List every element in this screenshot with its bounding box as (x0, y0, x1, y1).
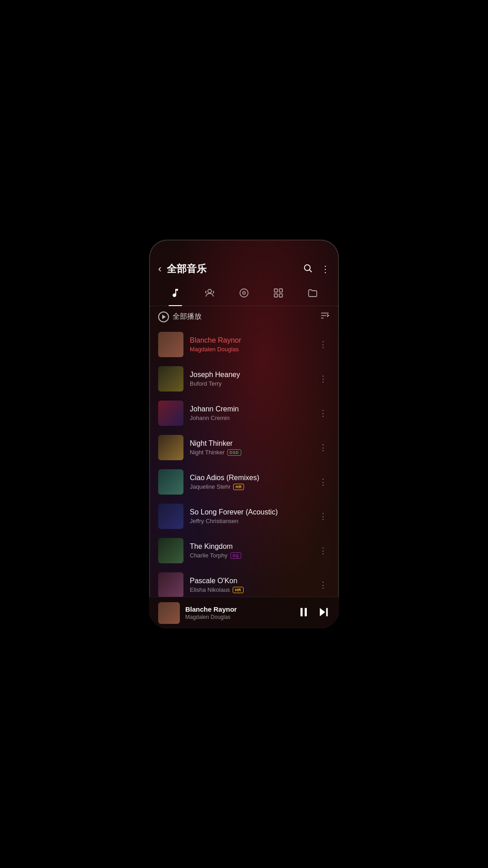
folders-icon (307, 288, 318, 301)
track-subtitle: Charlie Torphy SQ (190, 552, 310, 559)
header: ‹ 全部音乐 ⋮ (149, 240, 339, 281)
track-item[interactable]: Pascale O'Kon Elisha Nikolaus HR ⋮ (149, 568, 339, 597)
track-more-button[interactable]: ⋮ (316, 441, 330, 454)
track-thumbnail (158, 366, 183, 392)
svg-marker-14 (320, 608, 325, 616)
track-info: Blanche Raynor Magdalen Douglas (190, 336, 310, 353)
header-icons: ⋮ (303, 263, 330, 275)
track-title: Night Thinker (190, 439, 310, 448)
track-item[interactable]: The Kingdom Charlie Torphy SQ ⋮ (149, 533, 339, 568)
tab-bar (149, 281, 339, 306)
svg-point-4 (243, 292, 245, 294)
track-title: Joseph Heaney (190, 371, 310, 379)
play-all-label: 全部播放 (173, 312, 202, 321)
svg-point-2 (208, 289, 211, 293)
back-button[interactable]: ‹ (158, 263, 161, 275)
now-playing-thumb (158, 602, 180, 624)
now-playing-bar[interactable]: Blanche Raynor Magdalen Douglas (149, 597, 339, 628)
svg-rect-8 (279, 294, 282, 297)
screen: ‹ 全部音乐 ⋮ (149, 240, 339, 628)
track-more-button[interactable]: ⋮ (316, 544, 330, 557)
quality-badge: SQ (230, 552, 241, 559)
track-info: Pascale O'Kon Elisha Nikolaus HR (190, 577, 310, 593)
track-more-button[interactable]: ⋮ (316, 372, 330, 386)
track-subtitle: Jeffry Christiansen (190, 518, 310, 524)
track-item[interactable]: So Long Forever (Acoustic) Jeffry Christ… (149, 499, 339, 533)
svg-point-3 (240, 289, 248, 297)
track-info: Ciao Adios (Remixes) Jaqueline Stehr HR (190, 474, 310, 490)
songs-icon (170, 288, 181, 301)
play-circle-icon (158, 311, 169, 322)
track-artist: Charlie Torphy (190, 552, 228, 559)
track-artist: Johann Cremin (190, 415, 230, 421)
svg-rect-5 (274, 289, 277, 292)
search-icon[interactable] (303, 263, 313, 275)
track-thumbnail (158, 538, 183, 563)
tab-playlists[interactable] (267, 285, 289, 304)
artists-icon (204, 288, 215, 301)
phone-wrapper: ‹ 全部音乐 ⋮ (149, 240, 339, 628)
tab-albums[interactable] (233, 285, 255, 304)
track-thumbnail (158, 401, 183, 426)
track-item[interactable]: Ciao Adios (Remixes) Jaqueline Stehr HR … (149, 465, 339, 499)
play-all-row: 全部播放 (149, 306, 339, 327)
svg-rect-6 (279, 289, 282, 292)
track-more-button[interactable]: ⋮ (316, 475, 330, 489)
track-artist: Night Thinker (190, 449, 225, 456)
track-info: So Long Forever (Acoustic) Jeffry Christ… (190, 508, 310, 524)
track-artist: Elisha Nikolaus (190, 586, 230, 593)
now-playing-info: Blanche Raynor Magdalen Douglas (185, 605, 292, 620)
track-subtitle: Night Thinker DSD (190, 449, 310, 456)
track-item[interactable]: Night Thinker Night Thinker DSD ⋮ (149, 430, 339, 465)
track-thumbnail (158, 332, 183, 357)
tab-songs[interactable] (164, 285, 186, 304)
track-artist: Jaqueline Stehr (190, 483, 230, 490)
now-playing-artist: Magdalen Douglas (185, 614, 292, 620)
track-info: Night Thinker Night Thinker DSD (190, 439, 310, 456)
svg-rect-12 (300, 608, 303, 616)
track-title: Blanche Raynor (190, 336, 310, 344)
track-item[interactable]: Joseph Heaney Buford Terry ⋮ (149, 362, 339, 396)
playlists-icon (273, 288, 284, 301)
now-playing-title: Blanche Raynor (185, 605, 292, 613)
track-more-button[interactable]: ⋮ (316, 578, 330, 592)
next-button[interactable] (317, 606, 330, 620)
track-more-button[interactable]: ⋮ (316, 509, 330, 523)
track-subtitle: Jaqueline Stehr HR (190, 483, 310, 490)
track-thumbnail (158, 435, 183, 460)
track-title: Pascale O'Kon (190, 577, 310, 585)
track-subtitle: Magdalen Douglas (190, 346, 310, 353)
track-artist: Jeffry Christiansen (190, 518, 238, 524)
track-subtitle: Buford Terry (190, 380, 310, 387)
svg-line-1 (310, 270, 311, 272)
page-title: 全部音乐 (167, 262, 297, 276)
track-item[interactable]: Johann Cremin Johann Cremin ⋮ (149, 396, 339, 430)
track-artist: Buford Terry (190, 380, 222, 387)
track-more-button[interactable]: ⋮ (316, 406, 330, 420)
albums-icon (239, 288, 249, 301)
track-title: The Kingdom (190, 542, 310, 551)
track-subtitle: Johann Cremin (190, 415, 310, 421)
track-subtitle: Elisha Nikolaus HR (190, 586, 310, 593)
track-artist: Magdalen Douglas (190, 346, 239, 353)
tab-folders[interactable] (302, 285, 324, 304)
svg-rect-13 (305, 608, 307, 616)
svg-rect-15 (326, 608, 328, 616)
track-more-button[interactable]: ⋮ (316, 338, 330, 351)
tab-artists[interactable] (199, 285, 221, 304)
track-item[interactable]: Blanche Raynor Magdalen Douglas ⋮ (149, 327, 339, 362)
sort-icon[interactable] (320, 311, 330, 323)
track-info: The Kingdom Charlie Torphy SQ (190, 542, 310, 559)
more-options-icon[interactable]: ⋮ (321, 264, 330, 274)
track-thumbnail (158, 469, 183, 495)
quality-badge: DSD (227, 449, 241, 456)
pause-button[interactable] (297, 606, 310, 620)
quality-badge: HR (233, 587, 244, 593)
track-info: Johann Cremin Johann Cremin (190, 405, 310, 421)
now-playing-controls (297, 606, 330, 620)
track-title: So Long Forever (Acoustic) (190, 508, 310, 516)
play-all-button[interactable]: 全部播放 (158, 311, 202, 322)
track-thumbnail (158, 572, 183, 597)
play-triangle-icon (162, 315, 166, 319)
track-info: Joseph Heaney Buford Terry (190, 371, 310, 387)
